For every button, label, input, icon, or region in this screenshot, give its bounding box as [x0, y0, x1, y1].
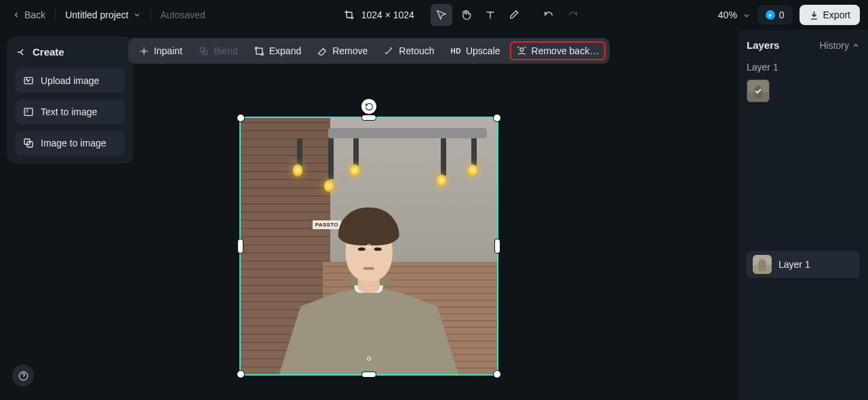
autosaved-status: Autosaved: [161, 9, 205, 20]
credits-button[interactable]: 0: [757, 5, 793, 24]
check-icon: [747, 80, 769, 102]
svg-point-6: [142, 49, 145, 52]
remove-background-button[interactable]: Remove back…: [510, 41, 606, 60]
bottom-anchor: [367, 357, 371, 361]
retouch-button[interactable]: Retouch: [377, 41, 441, 60]
resize-handle-tr[interactable]: [494, 115, 500, 121]
expand-icon: [254, 46, 264, 56]
canvas-area[interactable]: Inpaint Blend Expand Remove Retouch HD U…: [0, 30, 738, 400]
svg-rect-9: [256, 48, 262, 54]
svg-marker-0: [769, 13, 772, 16]
blend-label: Blend: [214, 45, 238, 56]
inpaint-label: Inpaint: [154, 45, 182, 56]
back-label: Back: [24, 9, 45, 20]
blend-icon: [199, 46, 209, 56]
crop-icon: [344, 9, 355, 20]
wand-icon: [384, 46, 394, 56]
retouch-label: Retouch: [399, 45, 434, 56]
text-tool[interactable]: [479, 4, 501, 26]
resize-handle-left[interactable]: [238, 239, 243, 253]
hand-tool[interactable]: [455, 4, 477, 26]
dimensions-text: 1024 × 1024: [361, 9, 414, 20]
select-tool[interactable]: [431, 4, 452, 26]
upscale-button[interactable]: HD Upscale: [444, 41, 507, 60]
top-right: 40% 0 Export: [718, 5, 860, 25]
resize-handle-right[interactable]: [495, 239, 500, 253]
remove-button[interactable]: Remove: [311, 41, 374, 60]
divider: [151, 9, 151, 21]
project-name-dropdown[interactable]: Untitled project: [61, 7, 144, 23]
hd-icon: HD: [451, 47, 461, 55]
tool-group: [431, 4, 526, 26]
blend-button: Blend: [192, 41, 245, 60]
active-layer-thumbnail: [753, 255, 772, 274]
expand-label: Expand: [269, 45, 301, 56]
chevron-down-icon: [743, 12, 751, 20]
layers-title: Layers: [747, 39, 779, 51]
upscale-label: Upscale: [466, 45, 500, 56]
canvas-dimensions[interactable]: 1024 × 1024: [340, 7, 418, 23]
remove-label: Remove: [332, 45, 368, 56]
layer-group-label: Layer 1: [747, 62, 860, 73]
layers-panel: Layers History Layer 1 Layer 1: [738, 30, 868, 400]
eraser-icon: [317, 46, 328, 56]
brush-tool[interactable]: [504, 4, 526, 26]
layer-thumbnail[interactable]: [747, 79, 770, 102]
history-group: [538, 4, 584, 26]
expand-button[interactable]: Expand: [248, 41, 308, 60]
resize-handle-bl[interactable]: [237, 371, 244, 378]
active-layer-row[interactable]: Layer 1: [746, 251, 860, 278]
resize-handle-top[interactable]: [362, 115, 376, 120]
export-label: Export: [823, 9, 850, 20]
chevron-down-icon: [133, 11, 141, 19]
zoom-level[interactable]: 40%: [718, 9, 751, 20]
chevron-up-icon: [852, 41, 860, 49]
resize-handle-br[interactable]: [494, 371, 500, 378]
history-button[interactable]: History: [819, 40, 860, 51]
remove-bg-label: Remove back…: [532, 45, 599, 56]
export-button[interactable]: Export: [800, 5, 860, 25]
resize-handle-tl[interactable]: [237, 115, 244, 121]
chevron-left-icon: [12, 11, 20, 19]
divider: [55, 9, 56, 21]
resize-handle-bottom[interactable]: [362, 372, 376, 377]
center-anchor: [367, 244, 371, 248]
history-label: History: [819, 40, 849, 51]
inpaint-icon: [139, 46, 149, 56]
credits-count: 0: [779, 9, 785, 20]
top-bar: Back Untitled project Autosaved 1024 × 1…: [0, 0, 868, 30]
credit-icon: [766, 10, 775, 20]
zoom-text: 40%: [718, 9, 737, 20]
top-left: Back Untitled project Autosaved: [8, 7, 205, 23]
help-button[interactable]: [12, 365, 34, 386]
active-layer-name: Layer 1: [778, 259, 810, 270]
undo-button[interactable]: [538, 4, 559, 26]
context-toolbar: Inpaint Blend Expand Remove Retouch HD U…: [128, 38, 610, 64]
rotate-handle[interactable]: [361, 99, 376, 114]
layers-panel-header: Layers History: [747, 39, 860, 51]
back-button[interactable]: Back: [8, 7, 50, 23]
workspace: Create Upload image Text to image Image …: [0, 30, 868, 400]
project-name-text: Untitled project: [65, 9, 128, 20]
svg-point-10: [520, 47, 524, 51]
remove-bg-icon: [517, 46, 527, 56]
inpaint-button[interactable]: Inpaint: [132, 41, 189, 60]
redo-button[interactable]: [562, 4, 584, 26]
selected-layer[interactable]: PASSTO: [239, 117, 498, 376]
download-icon: [809, 10, 819, 20]
top-center: 1024 × 1024: [211, 4, 713, 26]
